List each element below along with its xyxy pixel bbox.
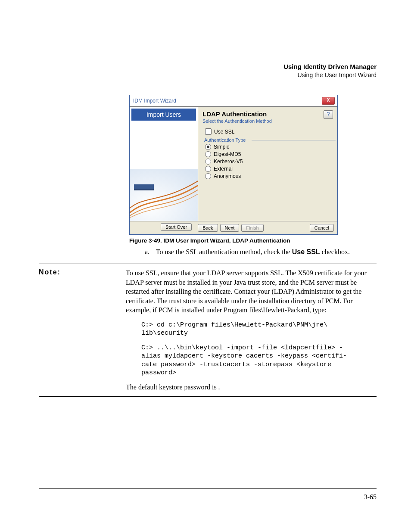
radio-external[interactable]: External [205, 166, 333, 172]
use-ssl-checkbox[interactable] [205, 128, 212, 135]
step-text-pre: To use the SSL authentication method, ch… [156, 248, 292, 255]
use-ssl-label: Use SSL [214, 129, 234, 135]
note-label: Note: [39, 268, 61, 276]
radio-simple-label: Simple [214, 144, 230, 150]
auth-type-group-label: Authentication Type [204, 137, 333, 143]
close-icon[interactable]: X [322, 97, 335, 105]
radio-simple-input[interactable] [205, 144, 211, 150]
wizard-button-bar: Start Over Back Next Finish Cancel [130, 221, 337, 234]
note-paragraph: To use SSL, ensure that your LDAP server… [126, 268, 377, 315]
sidebar-tab-import-users: Import Users [131, 109, 196, 121]
wizard-sidebar: Import Users [130, 107, 198, 221]
step-marker: a. [145, 248, 154, 256]
wizard-content: LDAP Authentication Select the Authentic… [198, 107, 337, 221]
radio-simple[interactable]: Simple [205, 144, 333, 150]
dialog-title: IDM Import Wizard [133, 98, 176, 104]
radio-kerberos-v5[interactable]: Kerberos-V5 [205, 159, 333, 165]
running-header: Using Identity Driven Manager Using the … [283, 62, 377, 79]
chapter-title: Using Identity Driven Manager [283, 62, 377, 71]
note-block: Note: To use SSL, ensure that your LDAP … [39, 264, 377, 397]
figure-caption: Figure 3-49. IDM User Import Wizard, LDA… [129, 237, 377, 244]
finish-button: Finish [241, 224, 263, 232]
radio-digest-md5-label: Digest-MD5 [214, 151, 241, 157]
radio-anonymous-label: Anonymous [214, 173, 241, 179]
sidebar-decorative-image [130, 169, 198, 221]
code-block-1: C:> cd c:\Program files\Hewlett-Packard\… [141, 321, 377, 338]
content-heading: LDAP Authentication [202, 110, 272, 118]
content-subheading: Select the Authentication Method [202, 118, 272, 124]
note-trailer: The default keystore password is . [126, 383, 377, 392]
idm-import-wizard-dialog: IDM Import Wizard X Import Users [129, 95, 338, 235]
radio-kerberos-v5-input[interactable] [205, 159, 211, 165]
page-number: 3-65 [364, 493, 377, 501]
next-button[interactable]: Next [220, 224, 240, 232]
svg-rect-2 [134, 189, 154, 190]
cancel-button[interactable]: Cancel [310, 224, 334, 232]
radio-external-label: External [214, 166, 233, 172]
step-text-post: checkbox. [320, 248, 350, 255]
code-block-2: C:> ..\..\bin\keytool -import -file <lda… [141, 344, 377, 377]
footer-rule [39, 488, 377, 489]
radio-anonymous[interactable]: Anonymous [205, 173, 333, 179]
radio-kerberos-v5-label: Kerberos-V5 [214, 159, 243, 165]
use-ssl-checkbox-row[interactable]: Use SSL [205, 128, 333, 135]
step-bold: Use SSL [292, 248, 320, 255]
radio-digest-md5[interactable]: Digest-MD5 [205, 151, 333, 157]
section-title: Using the User Import Wizard [283, 71, 377, 79]
radio-external-input[interactable] [205, 166, 211, 172]
help-icon[interactable]: ? [324, 110, 333, 119]
radio-digest-md5-input[interactable] [205, 151, 211, 157]
step-line: a. To use the SSL authentication method,… [145, 248, 377, 256]
svg-rect-1 [134, 184, 154, 189]
dialog-titlebar: IDM Import Wizard X [130, 95, 337, 106]
start-over-button[interactable]: Start Over [161, 223, 192, 231]
back-button[interactable]: Back [198, 224, 218, 232]
radio-anonymous-input[interactable] [205, 173, 211, 179]
